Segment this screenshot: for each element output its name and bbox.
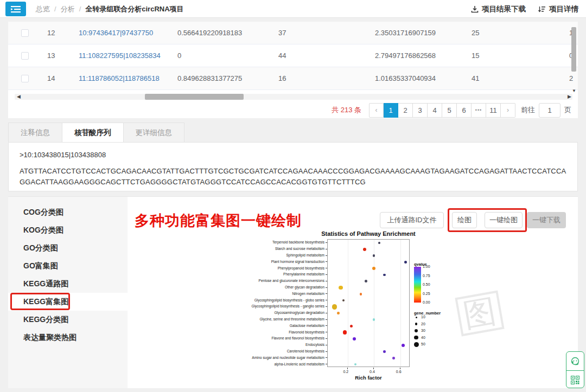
y-axis-tick — [326, 255, 327, 256]
menu-fold-icon — [11, 5, 21, 13]
one-click-download-button[interactable]: 一键下载 — [527, 212, 566, 228]
value-cell: 1.01635337040934 — [370, 74, 466, 82]
sidebar-item[interactable]: KEGG通路图 — [8, 275, 128, 293]
sidebar-item-label: KEGG通路图 — [23, 279, 68, 289]
y-axis-label: Amino sugar and nucleotide sugar metabol… — [233, 356, 324, 359]
count-cell: 44 — [273, 52, 370, 60]
data-point — [365, 280, 367, 282]
pagination: 共 213 条 ‹123456•••11› 前往 页 — [332, 102, 571, 118]
scroll-down-arrow[interactable]: ▼ — [572, 88, 576, 93]
y-axis-label: Plant hormone signal transduction — [233, 260, 324, 264]
next-page-button[interactable]: › — [501, 103, 515, 118]
page-button[interactable]: 4 — [428, 103, 442, 118]
tab-inactive[interactable]: 更详细信息 — [124, 123, 185, 143]
y-axis-tick — [326, 268, 327, 268]
pagination-goto: 前往 页 — [521, 103, 571, 118]
y-axis-tick — [326, 261, 327, 262]
one-click-draw-button[interactable]: 一键绘图 — [485, 212, 523, 228]
data-point — [332, 304, 337, 309]
data-point — [337, 312, 340, 314]
qvalue-tick-label: 0.25 — [423, 292, 430, 295]
sidebar-item[interactable]: COG分类图 — [8, 203, 128, 221]
data-point — [363, 248, 366, 251]
data-point — [402, 344, 405, 347]
x-tick-label: 0.4 — [370, 370, 375, 374]
tab-active[interactable]: 核苷酸序列 — [62, 123, 124, 143]
marketing-annotation-text: 多种功能富集图一键绘制 — [135, 211, 302, 230]
row-checkbox[interactable] — [21, 52, 29, 60]
gene-number-legend-label: 10 — [421, 315, 425, 319]
project-details-button[interactable]: 项目详情 — [538, 4, 578, 14]
horizontal-scrollbar-thumb[interactable] — [145, 94, 244, 100]
customer-service-button[interactable] — [566, 352, 584, 370]
collapse-menu-button[interactable] — [5, 2, 26, 16]
gene-number-legend-dot — [416, 317, 417, 318]
vertical-scrollbar[interactable]: ▼ — [571, 24, 576, 90]
y-axis-tick — [326, 287, 327, 288]
y-axis-label: Flavone and flavonol biosynthesis — [233, 336, 324, 340]
y-axis-label: Endocytosis — [233, 343, 324, 346]
pathway-enrichment-chart: Statistics of Pathway Enrichment 图 Rich … — [233, 230, 456, 382]
sidebar-item[interactable]: 表达量聚类热图 — [8, 329, 128, 346]
breadcrumb: 总览 / 分析 / 全转录组联合分析circRNA项目 — [36, 0, 184, 18]
data-point — [350, 325, 353, 327]
page-button[interactable]: 3 — [413, 103, 428, 118]
y-axis-label: Carotenoid biosynthesis — [233, 349, 324, 353]
position-link[interactable]: 10:97436417|97437750 — [79, 29, 153, 37]
qvalue-tick-label: 1.00 — [423, 265, 430, 268]
gene-number-legend-label: 30 — [421, 329, 425, 332]
page-button[interactable]: 1 — [384, 103, 398, 118]
position-link[interactable]: 11:118786052|118786518 — [79, 74, 160, 82]
draw-button[interactable]: 绘图 — [452, 212, 477, 228]
page-button[interactable]: 6 — [457, 103, 472, 118]
goto-page-input[interactable] — [539, 103, 560, 118]
detail-tabs: 注释信息核苷酸序列更详细信息 — [8, 123, 184, 143]
y-axis-label: alpha-Linolenic acid metabolism — [233, 362, 324, 366]
pagination-total: 共 213 条 — [332, 105, 361, 115]
project-results-download-label: 项目结果下载 — [482, 4, 526, 14]
data-point — [354, 363, 357, 366]
watermark-glyph: 图 — [455, 291, 504, 337]
scroll-right-arrow[interactable]: ▶ — [568, 94, 571, 100]
count-cell: 16 — [273, 74, 370, 82]
page-button[interactable]: 5 — [442, 103, 457, 118]
y-axis-tick — [326, 319, 327, 320]
prev-page-button[interactable]: ‹ — [369, 103, 384, 118]
sidebar-item[interactable]: KOG分类图 — [8, 221, 128, 239]
sidebar-item-label: GO富集图 — [23, 261, 58, 271]
qr-code-icon — [571, 376, 579, 384]
data-point — [383, 274, 386, 277]
count-cell: 25 — [466, 29, 567, 37]
sidebar-item[interactable]: KEGG分类图 — [8, 311, 128, 329]
x-axis-tick — [347, 368, 348, 369]
count-cell: 15 — [466, 52, 567, 60]
sidebar-item[interactable]: GO富集图 — [8, 257, 128, 275]
y-axis-label: Phenylalanine metabolism — [233, 272, 324, 276]
tab-inactive[interactable]: 注释信息 — [8, 123, 62, 143]
y-axis-tick — [326, 242, 327, 243]
upload-pathway-id-button[interactable]: 上传通路ID文件 — [380, 212, 444, 228]
y-axis-tick — [326, 332, 327, 332]
sidebar-item[interactable]: KEGG富集图 — [8, 293, 128, 311]
circrna-table-card: 1210:97436417|974377500.5664192209181833… — [8, 22, 578, 118]
breadcrumb-separator: / — [54, 5, 56, 13]
horizontal-scrollbar[interactable]: ◀ ▶ — [15, 94, 572, 100]
page-button[interactable]: 11 — [486, 103, 501, 118]
data-point — [372, 267, 375, 270]
row-checkbox[interactable] — [21, 75, 29, 82]
topbar: 总览 / 分析 / 全转录组联合分析circRNA项目 项目结果下载 — [0, 0, 586, 18]
page-button[interactable]: 2 — [398, 103, 413, 118]
table-row: 1210:97436417|974377500.5664192209181833… — [8, 22, 578, 44]
pagination-pages: ‹123456•••11› — [369, 103, 515, 118]
page-ellipsis: ••• — [472, 103, 486, 118]
qr-code-button[interactable] — [566, 370, 584, 388]
scroll-left-arrow[interactable]: ◀ — [17, 94, 21, 100]
breadcrumb-overview[interactable]: 总览 — [36, 4, 50, 14]
vertical-scrollbar-thumb[interactable] — [571, 27, 576, 72]
topbar-actions: 项目结果下载 项目详情 — [471, 0, 578, 18]
row-checkbox[interactable] — [21, 29, 29, 37]
project-results-download-button[interactable]: 项目结果下载 — [471, 4, 526, 14]
position-link[interactable]: 11:108227595|108235834 — [79, 52, 161, 60]
sidebar-item[interactable]: GO分类图 — [8, 239, 128, 257]
breadcrumb-analysis[interactable]: 分析 — [61, 4, 75, 14]
